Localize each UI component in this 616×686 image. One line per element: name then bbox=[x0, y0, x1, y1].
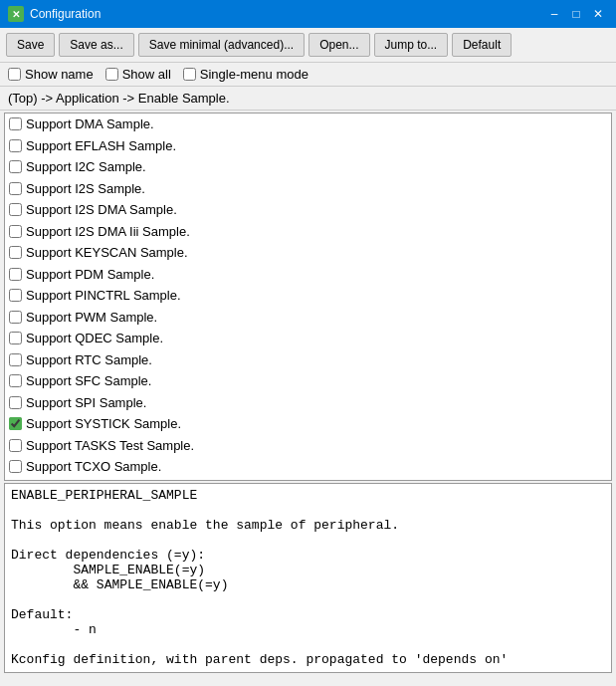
window-title: Configuration bbox=[30, 7, 544, 21]
item-label: Support I2S Sample. bbox=[26, 179, 145, 199]
item-label: Support SFC Sample. bbox=[26, 371, 151, 391]
app-icon: ✕ bbox=[8, 6, 24, 22]
list-item[interactable]: Support PDM Sample. bbox=[5, 264, 611, 286]
item-checkbox[interactable] bbox=[9, 417, 22, 430]
list-item[interactable]: Support I2S Sample. bbox=[5, 178, 611, 200]
breadcrumb: (Top) -> Application -> Enable Sample. bbox=[0, 87, 616, 111]
list-item[interactable]: Support PINCTRL Sample. bbox=[5, 285, 611, 307]
item-label: Support TASKS Test Sample. bbox=[26, 436, 194, 456]
config-list[interactable]: Support DMA Sample.Support EFLASH Sample… bbox=[4, 113, 612, 481]
item-checkbox[interactable] bbox=[9, 311, 22, 324]
item-checkbox[interactable] bbox=[9, 374, 22, 387]
list-item[interactable]: Support TASKS Test Sample. bbox=[5, 435, 611, 457]
item-checkbox[interactable] bbox=[9, 139, 22, 152]
single-menu-label: Single-menu mode bbox=[200, 67, 308, 82]
item-checkbox[interactable] bbox=[9, 460, 22, 473]
main-content: Support DMA Sample.Support EFLASH Sample… bbox=[0, 111, 616, 675]
item-label: Support RTC Sample. bbox=[26, 350, 152, 370]
maximize-button[interactable]: □ bbox=[566, 4, 586, 24]
item-checkbox[interactable] bbox=[9, 203, 22, 216]
list-item[interactable]: Support TCXO Sample. bbox=[5, 456, 611, 478]
title-bar: ✕ Configuration – □ ✕ bbox=[0, 0, 616, 28]
item-checkbox[interactable] bbox=[9, 182, 22, 195]
default-button[interactable]: Default bbox=[452, 33, 512, 57]
save-minimal-button[interactable]: Save minimal (advanced)... bbox=[138, 33, 305, 57]
item-label: Support PINCTRL Sample. bbox=[26, 286, 181, 306]
item-checkbox[interactable] bbox=[9, 160, 22, 173]
item-label: Support DMA Sample. bbox=[26, 114, 154, 134]
minimize-button[interactable]: – bbox=[544, 4, 564, 24]
list-item[interactable]: Support DMA Sample. bbox=[5, 114, 611, 135]
list-item[interactable]: Support SPI Sample. bbox=[5, 392, 611, 414]
item-label: Support I2S DMA Iii Sample. bbox=[26, 222, 190, 242]
show-all-option[interactable]: Show all bbox=[105, 67, 171, 82]
item-label: Support PWM Sample. bbox=[26, 308, 157, 328]
item-label: Support KEYSCAN Sample. bbox=[26, 243, 188, 263]
list-item[interactable]: Support TIMER Sample. bbox=[5, 478, 611, 482]
options-row: Show name Show all Single-menu mode bbox=[0, 63, 616, 87]
info-panel: ENABLE_PERIPHERAL_SAMPLE This option mea… bbox=[4, 483, 612, 673]
show-name-checkbox[interactable] bbox=[8, 68, 21, 81]
item-label: Support EFLASH Sample. bbox=[26, 136, 176, 156]
list-item[interactable]: Support PWM Sample. bbox=[5, 307, 611, 329]
list-item[interactable]: Support QDEC Sample. bbox=[5, 328, 611, 349]
item-checkbox[interactable] bbox=[9, 439, 22, 452]
item-checkbox[interactable] bbox=[9, 117, 22, 130]
item-label: Support QDEC Sample. bbox=[26, 329, 163, 348]
item-checkbox[interactable] bbox=[9, 225, 22, 238]
single-menu-option[interactable]: Single-menu mode bbox=[183, 67, 308, 82]
item-checkbox[interactable] bbox=[9, 396, 22, 409]
toolbar: Save Save as... Save minimal (advanced).… bbox=[0, 28, 616, 63]
svg-text:✕: ✕ bbox=[12, 9, 20, 20]
window-controls: – □ ✕ bbox=[544, 4, 608, 24]
item-label: Support SYSTICK Sample. bbox=[26, 414, 181, 434]
list-item[interactable]: Support SYSTICK Sample. bbox=[5, 413, 611, 435]
list-item[interactable]: Support I2C Sample. bbox=[5, 156, 611, 178]
show-all-label: Show all bbox=[122, 67, 171, 82]
item-label: Support PDM Sample. bbox=[26, 265, 154, 285]
close-button[interactable]: ✕ bbox=[588, 4, 608, 24]
item-label: Support TCXO Sample. bbox=[26, 457, 161, 477]
list-item[interactable]: Support I2S DMA Iii Sample. bbox=[5, 221, 611, 243]
item-checkbox[interactable] bbox=[9, 289, 22, 302]
item-label: Support I2C Sample. bbox=[26, 157, 146, 177]
save-as-button[interactable]: Save as... bbox=[59, 33, 133, 57]
item-checkbox[interactable] bbox=[9, 353, 22, 366]
single-menu-checkbox[interactable] bbox=[183, 68, 196, 81]
list-item[interactable]: Support RTC Sample. bbox=[5, 349, 611, 371]
save-button[interactable]: Save bbox=[6, 33, 55, 57]
show-all-checkbox[interactable] bbox=[105, 68, 118, 81]
item-label: Support SPI Sample. bbox=[26, 393, 146, 413]
list-item[interactable]: Support SFC Sample. bbox=[5, 370, 611, 392]
item-checkbox[interactable] bbox=[9, 332, 22, 344]
item-label: Support TIMER Sample. bbox=[26, 479, 166, 482]
show-name-option[interactable]: Show name bbox=[8, 67, 94, 82]
item-checkbox[interactable] bbox=[9, 268, 22, 281]
item-checkbox[interactable] bbox=[9, 246, 22, 259]
item-label: Support I2S DMA Sample. bbox=[26, 200, 177, 220]
open-button[interactable]: Open... bbox=[308, 33, 369, 57]
jump-to-button[interactable]: Jump to... bbox=[374, 33, 449, 57]
list-item[interactable]: Support KEYSCAN Sample. bbox=[5, 242, 611, 264]
show-name-label: Show name bbox=[25, 67, 94, 82]
list-item[interactable]: Support I2S DMA Sample. bbox=[5, 199, 611, 221]
list-item[interactable]: Support EFLASH Sample. bbox=[5, 135, 611, 157]
